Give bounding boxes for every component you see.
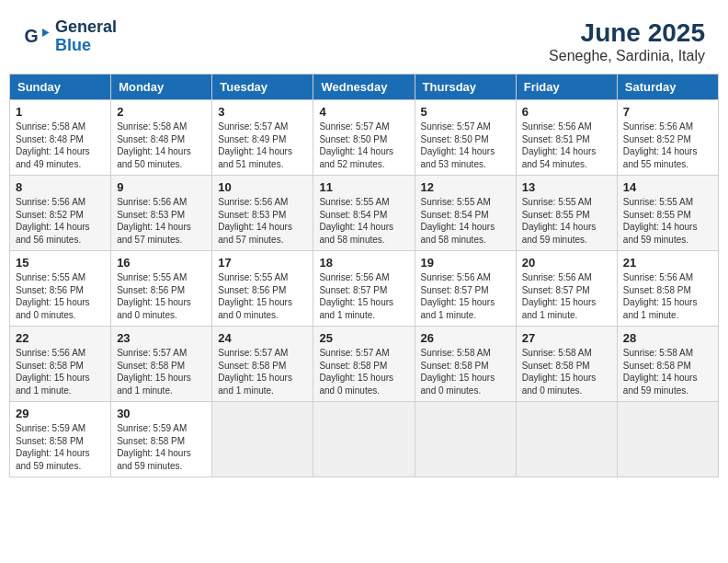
table-row: 30Sunrise: 5:59 AMSunset: 8:58 PMDayligh… [111,402,212,477]
table-row [617,402,718,477]
table-row: 28Sunrise: 5:58 AMSunset: 8:58 PMDayligh… [617,327,718,402]
col-saturday: Saturday [617,75,718,100]
calendar-week-0: 1Sunrise: 5:58 AMSunset: 8:48 PMDaylight… [10,100,719,176]
table-row: 6Sunrise: 5:56 AMSunset: 8:51 PMDaylight… [516,100,617,176]
table-row: 8Sunrise: 5:56 AMSunset: 8:52 PMDaylight… [10,176,111,251]
table-row: 16Sunrise: 5:55 AMSunset: 8:56 PMDayligh… [111,251,212,327]
table-row: 21Sunrise: 5:56 AMSunset: 8:58 PMDayligh… [617,251,718,327]
logo-line2: Blue [55,37,117,55]
logo-line1: General [55,18,117,37]
table-row: 26Sunrise: 5:58 AMSunset: 8:58 PMDayligh… [415,327,516,402]
logo: G General Blue [23,18,117,55]
table-row: 9Sunrise: 5:56 AMSunset: 8:53 PMDaylight… [111,176,212,251]
table-row: 13Sunrise: 5:55 AMSunset: 8:55 PMDayligh… [516,176,617,251]
table-row: 15Sunrise: 5:55 AMSunset: 8:56 PMDayligh… [10,251,111,327]
table-row: 17Sunrise: 5:55 AMSunset: 8:56 PMDayligh… [212,251,313,327]
table-row: 25Sunrise: 5:57 AMSunset: 8:58 PMDayligh… [313,327,415,402]
svg-marker-1 [42,29,50,37]
calendar-week-2: 15Sunrise: 5:55 AMSunset: 8:56 PMDayligh… [10,251,719,327]
table-row: 1Sunrise: 5:58 AMSunset: 8:48 PMDaylight… [10,100,111,176]
col-wednesday: Wednesday [313,75,415,100]
table-row: 29Sunrise: 5:59 AMSunset: 8:58 PMDayligh… [10,402,111,477]
col-friday: Friday [516,75,617,100]
table-row: 19Sunrise: 5:56 AMSunset: 8:57 PMDayligh… [415,251,516,327]
table-row: 14Sunrise: 5:55 AMSunset: 8:55 PMDayligh… [617,176,718,251]
table-row: 4Sunrise: 5:57 AMSunset: 8:50 PMDaylight… [313,100,415,176]
calendar-week-1: 8Sunrise: 5:56 AMSunset: 8:52 PMDaylight… [10,176,719,251]
table-row: 5Sunrise: 5:57 AMSunset: 8:50 PMDaylight… [415,100,516,176]
calendar-header-row: Sunday Monday Tuesday Wednesday Thursday… [10,75,719,100]
col-sunday: Sunday [10,75,111,100]
col-thursday: Thursday [415,75,516,100]
page-header: G General Blue June 2025 Seneghe, Sardin… [9,9,719,69]
table-row: 12Sunrise: 5:55 AMSunset: 8:54 PMDayligh… [415,176,516,251]
table-row [212,402,313,477]
logo-text: General Blue [55,18,117,55]
table-row: 11Sunrise: 5:55 AMSunset: 8:54 PMDayligh… [313,176,415,251]
table-row: 10Sunrise: 5:56 AMSunset: 8:53 PMDayligh… [212,176,313,251]
table-row: 23Sunrise: 5:57 AMSunset: 8:58 PMDayligh… [111,327,212,402]
logo-icon: G [23,23,51,51]
table-row: 18Sunrise: 5:56 AMSunset: 8:57 PMDayligh… [313,251,415,327]
col-tuesday: Tuesday [212,75,313,100]
title-block: June 2025 Seneghe, Sardinia, Italy [549,18,705,64]
table-row: 2Sunrise: 5:58 AMSunset: 8:48 PMDaylight… [111,100,212,176]
table-row [516,402,617,477]
table-row: 3Sunrise: 5:57 AMSunset: 8:49 PMDaylight… [212,100,313,176]
table-row: 22Sunrise: 5:56 AMSunset: 8:58 PMDayligh… [10,327,111,402]
svg-text:G: G [25,26,39,46]
table-row [313,402,415,477]
calendar-week-4: 29Sunrise: 5:59 AMSunset: 8:58 PMDayligh… [10,402,719,477]
table-row [415,402,516,477]
calendar-week-3: 22Sunrise: 5:56 AMSunset: 8:58 PMDayligh… [10,327,719,402]
table-row: 7Sunrise: 5:56 AMSunset: 8:52 PMDaylight… [617,100,718,176]
col-monday: Monday [111,75,212,100]
calendar-title: June 2025 [549,18,705,48]
table-row: 24Sunrise: 5:57 AMSunset: 8:58 PMDayligh… [212,327,313,402]
table-row: 20Sunrise: 5:56 AMSunset: 8:57 PMDayligh… [516,251,617,327]
table-row: 27Sunrise: 5:58 AMSunset: 8:58 PMDayligh… [516,327,617,402]
calendar-subtitle: Seneghe, Sardinia, Italy [549,48,705,64]
calendar-table: Sunday Monday Tuesday Wednesday Thursday… [9,74,719,477]
